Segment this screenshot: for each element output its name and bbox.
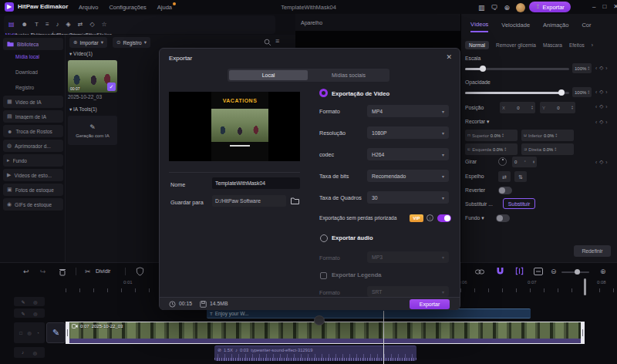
video-section-header[interactable]: ▾ Vídeo(1) xyxy=(69,51,93,57)
menu-configuracoes[interactable]: Configurações xyxy=(109,4,146,11)
mask-shield-icon[interactable] xyxy=(136,267,144,276)
scale-keyframe-controls[interactable]: ‹◇› xyxy=(595,65,607,71)
timeline-ruler[interactable] xyxy=(66,288,159,292)
folder-browse-icon[interactable] xyxy=(291,197,299,204)
audio-format-select[interactable]: MP3▾ xyxy=(367,251,449,263)
feedback-icon[interactable]: 🗨 xyxy=(491,4,498,12)
minimize-button[interactable]: – xyxy=(592,3,595,10)
subtab-remover-glicemia[interactable]: Remover glicemia xyxy=(496,42,536,48)
tab-midia[interactable]: ▤ Mídia xyxy=(8,22,15,28)
format-select[interactable]: MP4▾ xyxy=(367,105,449,117)
sort-list-icon[interactable]: ≡ xyxy=(275,38,279,45)
close-button[interactable]: ✕ xyxy=(613,3,617,10)
sidebar-item-troca-rostos[interactable]: ☻ Troca de Rostos xyxy=(3,125,63,137)
sidebar-item-fotos-estoque[interactable]: ▣ Fotos de estoque xyxy=(3,184,63,196)
sidebar-item-imagem-ia[interactable]: ▤ Imagem de IA xyxy=(3,110,63,123)
subtitle-format-select[interactable]: SRT▾ xyxy=(367,286,449,297)
mute-track-icon[interactable]: ◎ xyxy=(33,350,37,356)
ia-generation-card[interactable]: ✎ Geração com IA xyxy=(68,116,117,145)
maximize-button[interactable]: □ xyxy=(602,3,606,10)
hide-track-icon[interactable]: ◎ xyxy=(33,311,37,316)
background-toggle[interactable] xyxy=(496,214,510,222)
subtitle-export-checkbox[interactable] xyxy=(320,272,327,279)
rotate-keyframe-controls[interactable]: ‹◇› xyxy=(595,159,607,165)
sidebar-item-video-ia[interactable]: ▦ Vídeo de IA xyxy=(3,96,63,108)
rotate-dial[interactable] xyxy=(498,157,507,166)
clip-right-handle[interactable] xyxy=(581,322,585,344)
undo-icon[interactable]: ↩ xyxy=(23,268,29,275)
export-button-top[interactable]: ↥ Exportar xyxy=(529,2,571,12)
lock-track-icon[interactable]: □ xyxy=(19,331,22,335)
user-avatar[interactable] xyxy=(516,3,525,12)
trash-icon[interactable] xyxy=(59,268,66,276)
record-button[interactable]: ⊙ Registro ▾ xyxy=(113,37,150,48)
reverse-toggle[interactable] xyxy=(498,187,512,194)
tab-efeitos[interactable]: ☆ Efeitos xyxy=(102,22,107,28)
tab-avatar-ai[interactable]: ☻ Avatar AI xyxy=(22,22,28,28)
position-y-field[interactable]: Y0▴▾ xyxy=(540,102,575,113)
crop-keyframe-controls[interactable]: ‹◇› xyxy=(595,119,607,125)
name-input[interactable]: TemplateWithMask04 xyxy=(212,177,300,189)
audio-export-radio[interactable] xyxy=(320,234,328,242)
split-select-icon[interactable] xyxy=(515,267,524,275)
crop-top-field[interactable]: ⊓ Superior0.0% ▴▾ xyxy=(465,130,518,141)
timeline-zoom-slider[interactable] xyxy=(561,271,589,273)
search-icon[interactable] xyxy=(264,39,271,46)
sidebar-item-download[interactable]: Download xyxy=(15,69,38,75)
timeline-scrollbar[interactable] xyxy=(584,278,586,295)
tab-videos[interactable]: Vídeos xyxy=(470,21,488,32)
position-keyframe-controls[interactable]: ‹◇› xyxy=(595,103,607,110)
sidebar-item-videos-estoque[interactable]: ▶ Vídeos de esto... xyxy=(3,169,63,181)
rotate-value-field[interactable]: 0°▴▾ xyxy=(512,157,537,167)
tab-midias-sociais[interactable]: Mídias sociais xyxy=(309,70,388,80)
lossless-toggle[interactable] xyxy=(437,214,451,222)
sidebar-item-registro[interactable]: Registro xyxy=(15,85,34,90)
framerate-select[interactable]: 30▾ xyxy=(367,191,449,204)
opacity-slider[interactable] xyxy=(465,92,569,94)
zoom-out-icon[interactable]: ⊖ xyxy=(551,268,557,275)
timeline-resize-handle[interactable] xyxy=(314,315,325,325)
playhead[interactable] xyxy=(383,311,384,364)
edit-track-icon[interactable]: ✎ xyxy=(21,311,25,316)
clip-edit-button[interactable]: ✎ xyxy=(46,322,66,343)
menu-ajuda[interactable]: Ajuda xyxy=(157,4,172,11)
redo-icon[interactable]: ↪ xyxy=(40,268,46,275)
media-thumbnail-video[interactable]: 00:07 ✓ xyxy=(68,60,117,93)
sidebar-item-fundo[interactable]: ▸ Fundo xyxy=(3,154,63,167)
import-button[interactable]: ⊕ Importar ▾ xyxy=(69,37,107,48)
audio-track-icon[interactable]: ♪ xyxy=(22,350,24,355)
hide-track-icon[interactable]: ◔ xyxy=(36,331,39,335)
divide-label[interactable]: Dividir xyxy=(96,268,110,274)
tab-legendas[interactable]: ≡ Legendas xyxy=(46,22,49,28)
timeline-video-clip[interactable]: 0:07 2025-10-22_03 xyxy=(67,322,584,344)
subtabs-more-chevron-icon[interactable]: › xyxy=(592,42,593,48)
timeline-ruler[interactable] xyxy=(460,288,615,292)
tab-audio[interactable]: ♪ Áudio xyxy=(56,22,59,28)
timeline-audio-clip[interactable]: ⊘ 1.5X ♪ 0:03 typewriter-sound-effect-31… xyxy=(214,345,416,361)
sidebar-item-midia-local[interactable]: Mídia local xyxy=(15,54,39,59)
download-update-icon[interactable]: ⊕ xyxy=(504,4,511,12)
tab-elementos[interactable]: ◈ Elementos xyxy=(66,22,71,28)
ia-tools-section-header[interactable]: ▾ IA Tools(1) xyxy=(69,106,97,113)
subtab-normal[interactable]: Normal xyxy=(465,41,489,49)
clip-left-handle[interactable] xyxy=(66,322,69,344)
tab-filtros[interactable]: ◇ Filtros xyxy=(89,22,94,28)
zoom-in-icon[interactable]: ⊕ xyxy=(600,268,606,275)
sidebar-item-aprimorador[interactable]: ◍ Aprimorador d... xyxy=(3,140,63,152)
tab-animacao[interactable]: Animação xyxy=(543,22,568,32)
edit-track-icon[interactable]: ✎ xyxy=(21,299,25,305)
crop-left-field[interactable]: ⊏ Esquerda0.0% ▴▾ xyxy=(465,143,518,155)
menu-arquivo[interactable]: Arquivo xyxy=(79,4,98,11)
subtab-efeitos[interactable]: Efeitos xyxy=(569,42,585,48)
mute-track-icon[interactable]: ◎ xyxy=(27,330,31,335)
video-export-radio[interactable] xyxy=(319,89,328,97)
export-confirm-button[interactable]: Exportar xyxy=(410,299,450,309)
reset-button[interactable]: Redefinir xyxy=(574,245,611,257)
magnet-snap-icon[interactable] xyxy=(496,267,504,275)
hide-track-icon[interactable]: ◎ xyxy=(33,299,37,305)
save-path-input[interactable]: D:/HitPaw Software xyxy=(212,195,286,207)
fit-timeline-icon[interactable] xyxy=(534,268,543,275)
scale-value[interactable]: 100%▴▾ xyxy=(572,63,592,73)
tab-velocidade[interactable]: Velocidade xyxy=(501,22,530,32)
resolution-select[interactable]: 1080P▾ xyxy=(367,126,449,139)
